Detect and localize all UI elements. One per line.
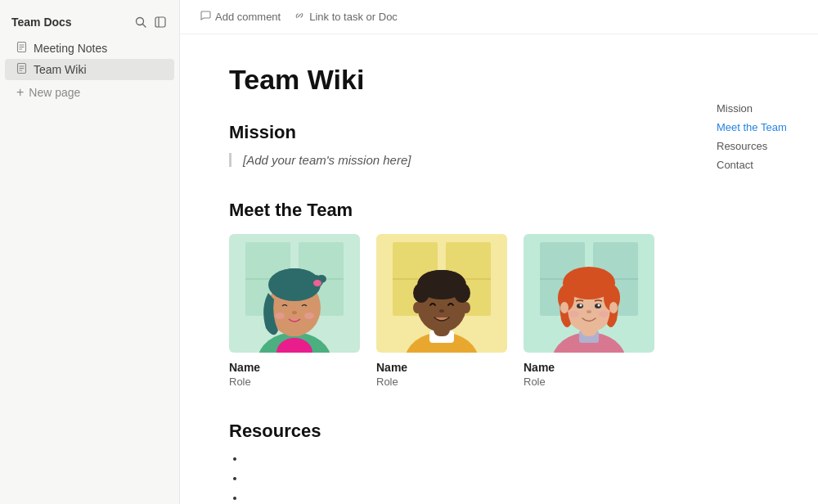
svg-point-62	[587, 310, 591, 313]
sidebar-item-label-meeting-notes: Meeting Notes	[34, 42, 107, 55]
sidebar-header-icons	[133, 15, 168, 29]
resource-item-1[interactable]	[245, 452, 654, 465]
add-comment-button[interactable]: Add comment	[200, 10, 281, 24]
resources-list	[245, 452, 654, 504]
svg-point-41	[454, 283, 470, 303]
svg-point-61	[598, 304, 600, 307]
link-label: Link to task or Doc	[309, 11, 398, 23]
link-to-task-button[interactable]: Link to task or Doc	[294, 10, 398, 24]
svg-point-63	[569, 311, 579, 317]
meet-the-team-section: Meet the Team	[229, 200, 654, 388]
sidebar-item-label-team-wiki: Team Wiki	[34, 63, 87, 76]
meet-the-team-heading: Meet the Team	[229, 200, 654, 221]
team-avatar-3	[524, 234, 654, 353]
svg-point-60	[580, 304, 582, 307]
mission-heading: Mission	[229, 122, 654, 143]
svg-point-44	[462, 302, 470, 313]
svg-rect-2	[155, 17, 165, 27]
team-member-2: Name Role	[376, 234, 507, 388]
toc-item-meet-the-team[interactable]: Meet the Team	[712, 119, 818, 136]
team-avatar-2	[376, 234, 507, 353]
team-member-1: Name Role	[229, 234, 360, 388]
comment-icon	[200, 10, 211, 24]
svg-point-25	[313, 280, 321, 286]
svg-point-27	[275, 313, 285, 319]
table-of-contents: Mission Meet the Team Resources Contact	[703, 34, 818, 504]
sidebar-item-team-wiki[interactable]: Team Wiki	[5, 59, 174, 80]
main-content: Add comment Link to task or Doc Team Wik…	[180, 0, 818, 504]
svg-point-43	[413, 302, 421, 313]
sidebar: Team Docs M	[0, 0, 180, 504]
resources-heading: Resources	[229, 421, 654, 442]
team-member-3-role: Role	[524, 376, 654, 388]
svg-point-26	[292, 311, 297, 314]
team-member-1-role: Role	[229, 376, 360, 388]
resources-section: Resources	[229, 421, 654, 504]
svg-point-28	[304, 313, 314, 319]
resource-item-2[interactable]	[245, 471, 654, 484]
sidebar-title: Team Docs	[11, 16, 72, 29]
team-member-2-name: Name	[376, 361, 507, 374]
doc-icon-wiki	[16, 63, 27, 76]
link-icon	[294, 10, 305, 24]
svg-line-1	[143, 25, 146, 28]
svg-point-55	[564, 268, 614, 292]
svg-point-40	[413, 283, 429, 303]
collapse-icon	[155, 16, 166, 28]
toc-item-mission[interactable]: Mission	[712, 100, 818, 117]
team-member-2-role: Role	[376, 376, 507, 388]
svg-point-65	[560, 302, 569, 313]
new-page-button[interactable]: + New page	[5, 82, 174, 103]
new-page-label: New page	[29, 86, 80, 99]
collapse-button[interactable]	[153, 15, 168, 29]
svg-point-64	[599, 311, 609, 317]
page-title: Team Wiki	[229, 64, 654, 96]
content-area: Team Wiki Mission [Add your team's missi…	[180, 34, 703, 504]
toc-item-resources[interactable]: Resources	[712, 137, 818, 155]
team-member-3: Name Role	[524, 234, 654, 388]
toc-item-contact[interactable]: Contact	[712, 156, 818, 173]
add-comment-label: Add comment	[215, 11, 281, 23]
topbar: Add comment Link to task or Doc	[180, 0, 818, 34]
sidebar-item-meeting-notes[interactable]: Meeting Notes	[5, 38, 174, 59]
team-member-3-name: Name	[524, 361, 654, 374]
team-grid: Name Role	[229, 234, 654, 388]
doc-icon-meeting	[16, 42, 27, 55]
mission-content[interactable]: [Add your team's mission here]	[229, 153, 654, 167]
resource-item-3[interactable]	[245, 491, 654, 504]
svg-point-42	[439, 309, 444, 313]
mission-placeholder: [Add your team's mission here]	[243, 153, 411, 167]
sidebar-header: Team Docs	[0, 8, 179, 38]
search-button[interactable]	[133, 15, 148, 29]
mission-section: Mission [Add your team's mission here]	[229, 122, 654, 167]
team-member-1-name: Name	[229, 361, 360, 374]
search-icon	[135, 16, 146, 28]
team-avatar-1	[229, 234, 360, 353]
plus-icon: +	[16, 86, 24, 99]
svg-point-66	[609, 302, 618, 313]
